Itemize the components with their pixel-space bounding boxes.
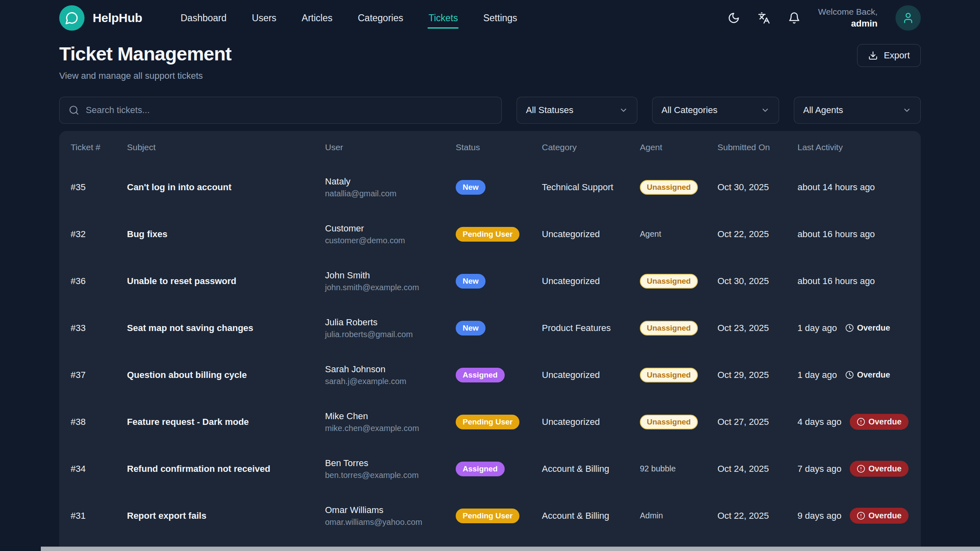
status-badge: New: [456, 321, 486, 335]
search-input[interactable]: [85, 104, 492, 116]
tickets-table-card: Ticket # Subject User Status Category Ag…: [59, 131, 921, 551]
horizontal-scrollbar[interactable]: [41, 547, 980, 551]
brand-name: HelpHub: [93, 11, 142, 25]
ticket-category: Account & Billing: [542, 464, 640, 474]
ticket-user: Nataly natallia@gmail.com: [325, 176, 456, 198]
ticket-submitted-date: Oct 23, 2025: [717, 323, 797, 333]
language-switcher-button[interactable]: [758, 12, 770, 24]
overdue-label: Overdue: [869, 464, 902, 473]
table-row[interactable]: #31 Report export fails Omar Williams om…: [71, 492, 909, 539]
nav-item-settings[interactable]: Settings: [482, 3, 518, 33]
ticket-submitted-date: Oct 30, 2025: [717, 276, 797, 287]
ticket-agent-cell: Unassigned: [640, 415, 717, 429]
ticket-user: Sarah Johnson sarah.j@example.com: [325, 364, 456, 386]
agent-cell-value: Unassigned: [640, 415, 698, 429]
activity-text: about 14 hours ago: [797, 182, 875, 193]
ticket-last-activity: 4 days ago Overdue: [797, 414, 909, 430]
nav-item-tickets[interactable]: Tickets: [428, 3, 459, 33]
activity-text: 9 days ago: [797, 511, 842, 521]
overdue-label: Overdue: [869, 511, 902, 520]
category-filter-select[interactable]: All Categories: [652, 97, 779, 124]
ticket-category: Uncategorized: [542, 229, 640, 240]
table-row[interactable]: #38 Feature request - Dark mode Mike Che…: [71, 398, 909, 445]
ticket-submitted-date: Oct 22, 2025: [717, 229, 797, 240]
welcome-text: Welcome Back, admin: [818, 6, 878, 30]
column-header-status: Status: [456, 142, 542, 152]
ticket-subject: Report export fails: [127, 511, 325, 521]
page-header: Ticket Management View and manage all su…: [59, 42, 921, 81]
page-title: Ticket Management: [59, 42, 232, 65]
page-subtitle: View and manage all support tickets: [59, 71, 232, 81]
chevron-down-icon: [902, 106, 911, 115]
activity-text: about 16 hours ago: [797, 276, 875, 287]
ticket-user: Omar Williams omar.williams@yahoo.com: [325, 505, 456, 527]
user-email: natallia@gmail.com: [325, 189, 456, 198]
agent-cell-value: 92 bubble: [640, 464, 676, 473]
status-badge: Pending User: [456, 509, 519, 523]
chevron-down-icon: [761, 106, 770, 115]
user-email: sarah.j@example.com: [325, 377, 456, 386]
ticket-category: Uncategorized: [542, 370, 640, 380]
table-row[interactable]: #35 Can't log in into account Nataly nat…: [71, 164, 909, 211]
user-name: Mike Chen: [325, 411, 456, 422]
column-header-submitted: Submitted On: [717, 142, 797, 152]
user-email: john.smith@example.com: [325, 283, 456, 292]
welcome-username: admin: [818, 18, 878, 30]
ticket-last-activity: 9 days ago Overdue: [797, 508, 909, 524]
user-avatar[interactable]: [895, 5, 921, 31]
user-name: Julia Roberts: [325, 317, 456, 328]
ticket-category: Technical Support: [542, 182, 640, 193]
table-row[interactable]: #32 Bug fixes Customer customer@demo.com…: [71, 211, 909, 258]
ticket-submitted-date: Oct 30, 2025: [717, 182, 797, 193]
ticket-last-activity: about 14 hours ago: [797, 182, 909, 193]
notifications-button[interactable]: [788, 12, 800, 24]
brand: HelpHub: [59, 5, 142, 31]
ticket-status-cell: Pending User: [456, 509, 542, 523]
table-row[interactable]: #37 Question about billing cycle Sarah J…: [71, 351, 909, 398]
nav-item-articles[interactable]: Articles: [301, 3, 333, 33]
ticket-subject: Seat map not saving changes: [127, 323, 325, 333]
status-badge: Pending User: [456, 227, 519, 242]
download-icon: [868, 51, 878, 60]
nav-item-dashboard[interactable]: Dashboard: [180, 3, 227, 33]
export-button[interactable]: Export: [857, 44, 921, 67]
activity-text: about 16 hours ago: [797, 229, 875, 240]
agent-filter-value: All Agents: [803, 105, 843, 116]
status-filter-select[interactable]: All Statuses: [517, 97, 637, 124]
ticket-id: #33: [71, 323, 127, 333]
ticket-status-cell: Assigned: [456, 368, 542, 382]
agent-filter-select[interactable]: All Agents: [794, 97, 921, 124]
agent-cell-value: Unassigned: [640, 180, 698, 195]
nav-item-categories[interactable]: Categories: [357, 3, 404, 33]
ticket-last-activity: 1 day ago Overdue: [797, 323, 909, 333]
table-row[interactable]: #34 Refund confirmation not received Ben…: [71, 445, 909, 492]
ticket-agent-cell: Agent: [640, 229, 717, 239]
nav-item-users[interactable]: Users: [251, 3, 277, 33]
ticket-user: Customer customer@demo.com: [325, 223, 456, 245]
overdue-label: Overdue: [857, 323, 890, 333]
activity-text: 4 days ago: [797, 417, 842, 427]
export-button-label: Export: [884, 50, 910, 61]
agent-cell-value: Admin: [640, 511, 663, 520]
ticket-subject: Unable to reset password: [127, 276, 325, 287]
ticket-status-cell: Assigned: [456, 462, 542, 476]
search-box: [59, 97, 502, 124]
table-row[interactable]: #33 Seat map not saving changes Julia Ro…: [71, 304, 909, 351]
ticket-subject: Question about billing cycle: [127, 370, 325, 380]
ticket-id: #34: [71, 464, 127, 474]
overdue-label: Overdue: [869, 417, 902, 427]
overdue-indicator: Overdue: [850, 461, 909, 477]
topbar: HelpHub DashboardUsersArticlesCategories…: [0, 0, 980, 36]
user-email: julia.roberts@gmail.com: [325, 330, 456, 339]
ticket-user: Ben Torres ben.torres@example.com: [325, 458, 456, 480]
ticket-id: #36: [71, 276, 127, 287]
agent-cell-value: Unassigned: [640, 321, 698, 335]
main-nav: DashboardUsersArticlesCategoriesTicketsS…: [180, 3, 518, 33]
category-filter-value: All Categories: [662, 105, 717, 116]
table-row[interactable]: #36 Unable to reset password John Smith …: [71, 258, 909, 304]
status-filter-value: All Statuses: [526, 105, 573, 116]
ticket-id: #35: [71, 182, 127, 193]
dark-mode-toggle[interactable]: [728, 12, 740, 24]
column-header-activity: Last Activity: [797, 142, 909, 152]
column-header-subject: Subject: [127, 142, 325, 152]
